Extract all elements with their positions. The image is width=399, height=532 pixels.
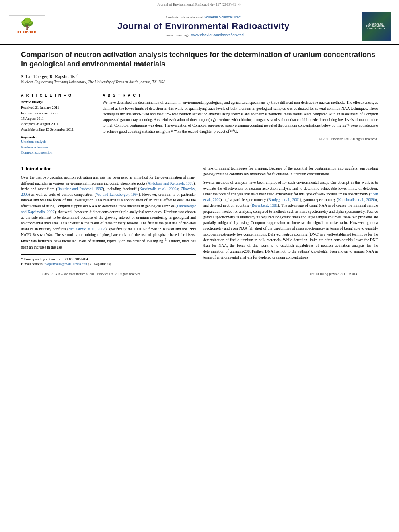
issn-text: 0265-931X/$ – see front matter © 2011 El… (42, 272, 142, 276)
body-left-column: 1. Introduction Over the past two decade… (21, 166, 196, 267)
elsevier-logo: 🌳 ELSEVIER (9, 15, 45, 37)
elsevier-branding: 🌳 ELSEVIER (5, 15, 49, 37)
abstract-header: A B S T R A C T (103, 93, 378, 97)
abstract-column: A B S T R A C T We have described the de… (103, 93, 378, 155)
footnote-email: E-mail address: rkapsimalis@mail.utexas.… (21, 261, 196, 267)
intro-section-title: 1. Introduction (21, 166, 196, 173)
keywords-section: Keywords: Uranium analysis Neutron activ… (21, 135, 95, 156)
sciverse-prefix: Contents lists available at (166, 15, 204, 19)
section-number: 1. (21, 166, 25, 171)
homepage-line: journal homepage: www.elsevier.com/locat… (53, 33, 354, 37)
intro-para-2: of in-situ mining techniques for uranium… (203, 166, 378, 177)
ref-kapsimalis2009a[interactable]: Kapsimalis et al., 2009a (140, 187, 178, 191)
intro-para-3: Several methods of analysis have been em… (203, 180, 378, 260)
article-title: Comparison of neutron activation analysi… (21, 50, 378, 69)
copyright-line: © 2011 Elsevier Ltd. All rights reserved… (103, 137, 378, 141)
journal-header-center: Contents lists available at SciVerse Sci… (49, 15, 358, 37)
homepage-link[interactable]: www.elsevier.com/locate/jenvrad (191, 33, 244, 37)
keyword-1: Uranium analysis (21, 139, 95, 145)
abstract-text: We have described the determination of u… (103, 100, 378, 134)
footnote-email-name: (R. Kapsimalis). (87, 262, 112, 266)
journal-reference-text: Journal of Environmental Radioactivity 1… (157, 2, 241, 6)
available-date: Available online 15 September 2011 (21, 127, 95, 132)
ref-rosenberg[interactable]: Rosenberg, 1981 (252, 203, 278, 207)
article-info-abstract-section: A R T I C L E I N F O Article history: R… (21, 89, 378, 160)
journal-title: Journal of Environmental Radioactivity (53, 21, 354, 31)
footnote-email-link[interactable]: rkapsimalis@mail.utexas.edu (44, 262, 87, 266)
body-two-column: 1. Introduction Over the past two decade… (21, 166, 378, 267)
article-info-column: A R T I C L E I N F O Article history: R… (21, 93, 95, 155)
footnote-area: * Corresponding author. Tel.: +1 856 905… (21, 254, 196, 267)
sciverse-link[interactable]: SciVerse ScienceDirect (204, 15, 241, 19)
journal-cover-image: JOURNAL OF ENVIRONMENTAL RADIOACTIVITY (362, 12, 391, 41)
journal-reference-bar: Journal of Environmental Radioactivity 1… (0, 0, 399, 8)
journal-header: 🌳 ELSEVIER Contents lists available at S… (0, 8, 399, 45)
keyword-2: Neutron activation (21, 145, 95, 150)
ref-landsberger2009[interactable]: Landsberger and Kapsimalis, 2009 (21, 204, 196, 214)
article-info-header: A R T I C L E I N F O (21, 93, 95, 97)
article-history-label: Article history: (21, 100, 95, 104)
revised-date: 15 August 2011 (21, 116, 95, 121)
cover-label-text: JOURNAL OF ENVIRONMENTAL RADIOACTIVITY (363, 23, 389, 30)
ref-aljobori[interactable]: Al-Jobori and Kettaneh, 1989 (148, 181, 193, 185)
article-content: Comparison of neutron activation analysi… (0, 45, 399, 286)
footnote-star: * Corresponding author. Tel.: +1 856 905… (21, 257, 196, 262)
homepage-prefix: journal homepage: (163, 33, 191, 37)
ref-kapsimalis2009b[interactable]: Kapsimalis et al., 2009b (338, 198, 376, 202)
bottom-bar: 0265-931X/$ – see front matter © 2011 El… (21, 270, 378, 277)
corresponding-author-marker: * (77, 73, 78, 77)
section-title-text: Introduction (26, 166, 51, 171)
footnote-email-text: E-mail address: (21, 262, 44, 266)
accepted-date: Accepted 26 August 2011 (21, 121, 95, 127)
keyword-3: Compton suppression (21, 150, 95, 156)
authors-line: S. Landsberger, R. Kapsimalis** (21, 73, 378, 79)
sciverse-line: Contents lists available at SciVerse Sci… (53, 15, 354, 19)
doi-text: doi:10.1016/j.jenvrad.2011.08.014 (310, 272, 358, 276)
ref-wu[interactable]: Wu and Landsberger, 1994 (96, 193, 138, 197)
elsevier-label: ELSEVIER (17, 31, 37, 34)
ref-mcdiarmid[interactable]: McDiarmid et al., 2004 (68, 227, 105, 231)
authors-text: S. Landsberger, R. Kapsimalis* (21, 74, 77, 78)
affiliation-text: Nuclear Engineering Teaching Laboratory,… (21, 80, 378, 84)
journal-cover: JOURNAL OF ENVIRONMENTAL RADIOACTIVITY (358, 12, 394, 41)
body-right-column: of in-situ mining techniques for uranium… (203, 166, 378, 267)
ref-rajurkar[interactable]: Rajurkar and Pardeshi, 1997 (58, 187, 103, 191)
keywords-label: Keywords: (21, 135, 95, 139)
intro-para-1: Over the past two decades, neutron activ… (21, 175, 196, 250)
revised-label: Received in revised form (21, 111, 95, 116)
ref-boulyga[interactable]: Boulyga et al., 2001 (268, 198, 300, 202)
elsevier-tree-icon: 🌳 (20, 18, 34, 30)
received-date: Received 21 January 2011 (21, 105, 95, 110)
